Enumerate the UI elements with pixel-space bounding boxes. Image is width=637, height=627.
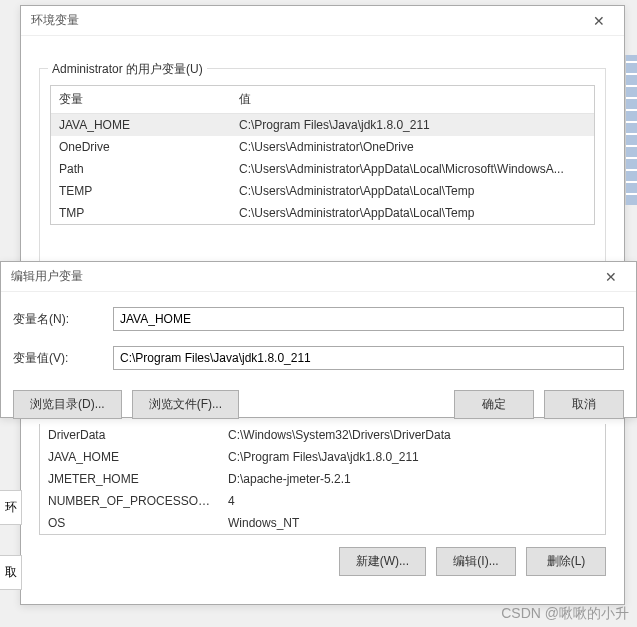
user-vars-group: Administrator 的用户变量(U) 变量 值 JAVA_HOME C:…	[39, 68, 606, 278]
close-icon[interactable]: ✕	[596, 262, 626, 292]
env-title: 环境变量	[31, 12, 584, 29]
name-input[interactable]	[113, 307, 624, 331]
table-row[interactable]: NUMBER_OF_PROCESSORS 4	[40, 490, 605, 512]
sys-button-row: 新建(W)... 编辑(I)... 删除(L)	[39, 535, 606, 576]
cell-val: C:\Program Files\Java\jdk1.8.0_211	[220, 446, 605, 468]
edit-button[interactable]: 编辑(I)...	[436, 547, 516, 576]
name-row: 变量名(N):	[13, 307, 624, 331]
cell-val: Windows_NT	[220, 512, 605, 534]
cell-var: Path	[51, 158, 231, 180]
cell-var: JAVA_HOME	[40, 446, 220, 468]
table-row[interactable]: JAVA_HOME C:\Program Files\Java\jdk1.8.0…	[51, 114, 594, 136]
browse-dir-button[interactable]: 浏览目录(D)...	[13, 390, 122, 419]
value-row: 变量值(V):	[13, 346, 624, 370]
user-vars-table[interactable]: 变量 值 JAVA_HOME C:\Program Files\Java\jdk…	[50, 85, 595, 225]
cell-var: TEMP	[51, 180, 231, 202]
ok-button[interactable]: 确定	[454, 390, 534, 419]
cell-var: NUMBER_OF_PROCESSORS	[40, 490, 220, 512]
fragment-cancel: 取	[0, 555, 22, 590]
watermark: CSDN @啾啾的小升	[501, 605, 629, 623]
edit-var-dialog: 编辑用户变量 ✕ 变量名(N): 变量值(V): 浏览目录(D)... 浏览文件…	[0, 261, 637, 418]
cell-var: TMP	[51, 202, 231, 224]
side-decoration	[625, 55, 637, 205]
col-var-header[interactable]: 变量	[51, 86, 231, 113]
value-label: 变量值(V):	[13, 350, 113, 367]
cell-val: D:\apache-jmeter-5.2.1	[220, 468, 605, 490]
fragment-env: 环	[0, 490, 22, 525]
new-button[interactable]: 新建(W)...	[339, 547, 426, 576]
table-header: 变量 值	[51, 86, 594, 114]
cell-var: JMETER_HOME	[40, 468, 220, 490]
edit-title: 编辑用户变量	[11, 268, 596, 285]
table-row[interactable]: JAVA_HOME C:\Program Files\Java\jdk1.8.0…	[40, 446, 605, 468]
cell-var: JAVA_HOME	[51, 114, 231, 136]
cell-val: C:\Users\Administrator\AppData\Local\Tem…	[231, 202, 594, 224]
user-vars-label: Administrator 的用户变量(U)	[48, 61, 207, 78]
table-row[interactable]: JMETER_HOME D:\apache-jmeter-5.2.1	[40, 468, 605, 490]
table-row[interactable]: TEMP C:\Users\Administrator\AppData\Loca…	[51, 180, 594, 202]
value-input[interactable]	[113, 346, 624, 370]
edit-button-row: 浏览目录(D)... 浏览文件(F)... 确定 取消	[1, 385, 636, 431]
table-row[interactable]: TMP C:\Users\Administrator\AppData\Local…	[51, 202, 594, 224]
cell-var: OneDrive	[51, 136, 231, 158]
cell-val: C:\Users\Administrator\AppData\Local\Mic…	[231, 158, 594, 180]
table-row[interactable]: OneDrive C:\Users\Administrator\OneDrive	[51, 136, 594, 158]
sys-vars-table[interactable]: DriverData C:\Windows\System32\Drivers\D…	[39, 424, 606, 535]
col-val-header[interactable]: 值	[231, 86, 594, 113]
name-label: 变量名(N):	[13, 311, 113, 328]
env-titlebar: 环境变量 ✕	[21, 6, 624, 36]
cell-val: C:\Program Files\Java\jdk1.8.0_211	[231, 114, 594, 136]
delete-button[interactable]: 删除(L)	[526, 547, 606, 576]
cell-val: C:\Users\Administrator\OneDrive	[231, 136, 594, 158]
cancel-button[interactable]: 取消	[544, 390, 624, 419]
cell-val: 4	[220, 490, 605, 512]
table-row[interactable]: OS Windows_NT	[40, 512, 605, 534]
cell-var: OS	[40, 512, 220, 534]
edit-titlebar: 编辑用户变量 ✕	[1, 262, 636, 292]
browse-file-button[interactable]: 浏览文件(F)...	[132, 390, 239, 419]
cell-val: C:\Users\Administrator\AppData\Local\Tem…	[231, 180, 594, 202]
close-icon[interactable]: ✕	[584, 6, 614, 36]
table-row[interactable]: Path C:\Users\Administrator\AppData\Loca…	[51, 158, 594, 180]
